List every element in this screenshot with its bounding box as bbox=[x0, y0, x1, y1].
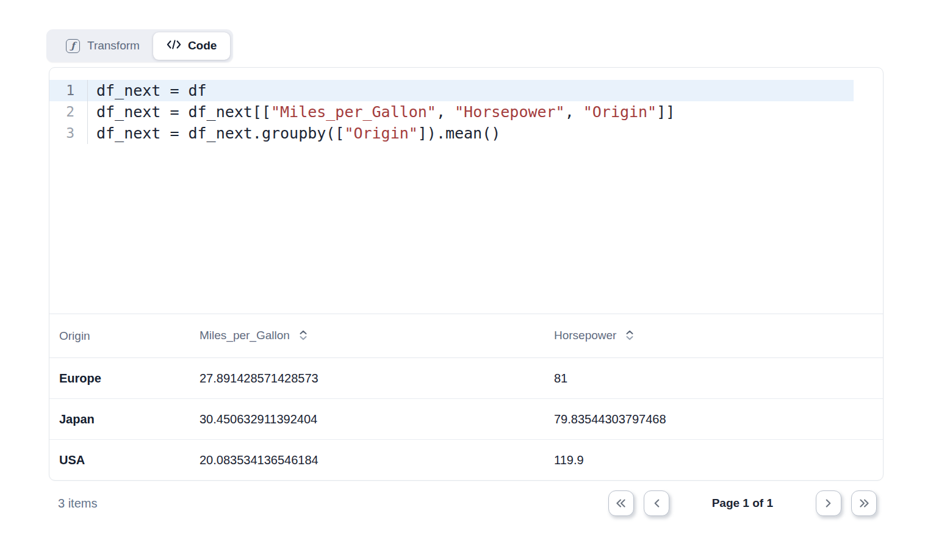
result-table: Origin Miles_per_Gallon Horsepower Europ… bbox=[49, 314, 883, 481]
code-token: df_next = df_next[[ bbox=[96, 103, 271, 121]
cell-miles-per-gallon: 30.450632911392404 bbox=[190, 399, 544, 440]
double-chevron-right-icon bbox=[858, 498, 870, 508]
column-header-horsepower[interactable]: Horsepower bbox=[544, 314, 883, 358]
code-and-result-panel: 1 df_next = df 2 df_next = df_next[["Mil… bbox=[49, 67, 884, 481]
code-token: ]] bbox=[657, 103, 675, 121]
first-page-button[interactable] bbox=[608, 490, 634, 516]
code-line[interactable]: 1 df_next = df bbox=[49, 80, 854, 101]
code-token: df_next = df_next.groupby([ bbox=[96, 124, 344, 142]
view-switcher: ƒ Transform Code bbox=[46, 29, 233, 62]
chevron-left-icon bbox=[653, 498, 660, 508]
cell-horsepower: 79.83544303797468 bbox=[544, 399, 883, 440]
sort-updown-icon bbox=[299, 330, 308, 343]
function-f-icon: ƒ bbox=[66, 39, 80, 53]
column-header-label: Miles_per_Gallon bbox=[200, 329, 290, 342]
string-token: "Miles_per_Gallon" bbox=[271, 103, 436, 121]
code-brackets-icon bbox=[167, 39, 181, 53]
code-token: , bbox=[565, 103, 583, 121]
cell-horsepower: 81 bbox=[544, 358, 883, 399]
line-number: 1 bbox=[49, 80, 88, 101]
tab-code[interactable]: Code bbox=[153, 32, 231, 60]
page: ƒ Transform Code 1 df_next = df 2 df_ne bbox=[0, 0, 925, 560]
line-number: 3 bbox=[49, 123, 88, 144]
pagination: Page 1 of 1 bbox=[608, 490, 877, 516]
table-footer: 3 items Page 1 of 1 bbox=[49, 489, 884, 517]
table-row: USA 20.083534136546184 119.9 bbox=[49, 440, 883, 481]
previous-page-button[interactable] bbox=[644, 490, 669, 516]
tab-transform-label: Transform bbox=[87, 39, 140, 52]
code-editor[interactable]: 1 df_next = df 2 df_next = df_next[["Mil… bbox=[49, 68, 883, 314]
last-page-button[interactable] bbox=[851, 490, 877, 516]
cell-origin: Japan bbox=[49, 399, 190, 440]
cell-origin: Europe bbox=[49, 358, 190, 399]
items-count: 3 items bbox=[58, 497, 97, 511]
sort-updown-icon bbox=[625, 330, 634, 343]
cell-miles-per-gallon: 20.083534136546184 bbox=[190, 440, 544, 481]
string-token: "Origin" bbox=[583, 103, 657, 121]
line-number: 2 bbox=[49, 101, 88, 123]
string-token: "Horsepower" bbox=[455, 103, 565, 121]
chevron-right-icon bbox=[825, 498, 832, 508]
column-header-origin: Origin bbox=[49, 314, 190, 358]
string-token: "Origin" bbox=[344, 124, 417, 142]
page-indicator: Page 1 of 1 bbox=[679, 497, 806, 510]
tab-transform[interactable]: ƒ Transform bbox=[46, 29, 153, 62]
next-page-button[interactable] bbox=[816, 490, 841, 516]
table-row: Europe 27.891428571428573 81 bbox=[49, 358, 883, 399]
double-chevron-left-icon bbox=[615, 498, 627, 508]
column-header-label: Horsepower bbox=[554, 329, 616, 342]
code-token: ]).mean() bbox=[418, 124, 500, 142]
table-header-row: Origin Miles_per_Gallon Horsepower bbox=[49, 314, 883, 358]
code-line[interactable]: 2 df_next = df_next[["Miles_per_Gallon",… bbox=[49, 101, 854, 123]
code-token: , bbox=[436, 103, 455, 121]
code-token: df_next = df bbox=[96, 82, 207, 99]
cell-miles-per-gallon: 27.891428571428573 bbox=[190, 358, 544, 399]
column-header-miles-per-gallon[interactable]: Miles_per_Gallon bbox=[190, 314, 544, 358]
table-row: Japan 30.450632911392404 79.835443037974… bbox=[49, 399, 883, 440]
cell-horsepower: 119.9 bbox=[544, 440, 883, 481]
tab-code-label: Code bbox=[188, 39, 217, 52]
cell-origin: USA bbox=[49, 440, 190, 481]
code-line[interactable]: 3 df_next = df_next.groupby(["Origin"]).… bbox=[49, 123, 854, 144]
